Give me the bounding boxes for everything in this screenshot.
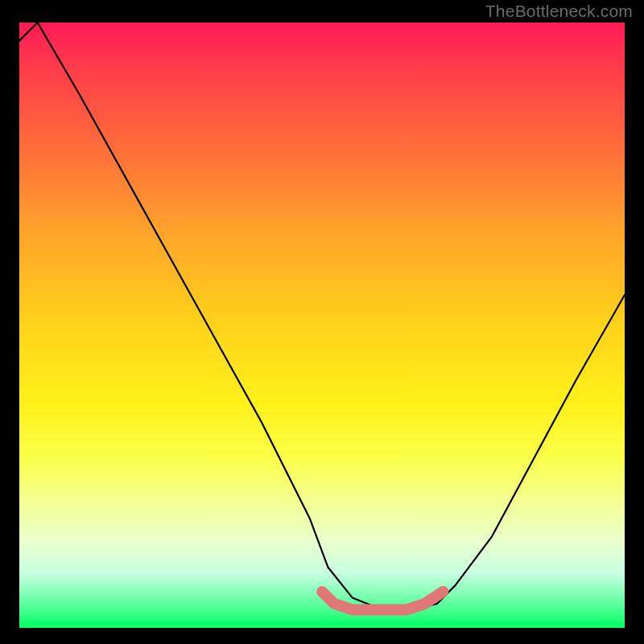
watermark-text: TheBottleneck.com bbox=[485, 2, 633, 21]
marker-band-line bbox=[322, 592, 443, 610]
chart-frame: TheBottleneck.com bbox=[0, 0, 644, 644]
bottleneck-curve-line bbox=[19, 23, 625, 609]
chart-overlay bbox=[19, 23, 625, 628]
